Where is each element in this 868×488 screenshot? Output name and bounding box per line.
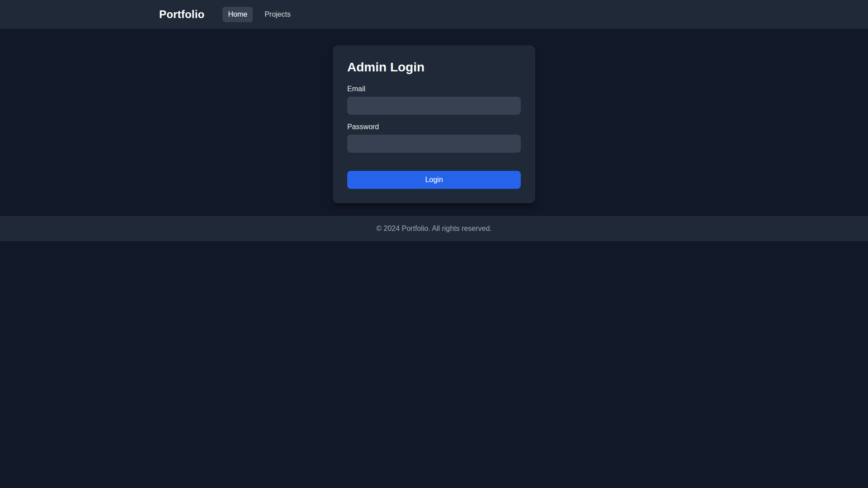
login-button[interactable]: Login <box>347 171 521 189</box>
footer-copyright: © 2024 Portfolio. All rights reserved. <box>376 225 491 233</box>
card-title: Admin Login <box>347 60 521 75</box>
navbar: Portfolio Home Projects <box>0 0 868 29</box>
footer: © 2024 Portfolio. All rights reserved. <box>0 216 868 241</box>
admin-login-card: Admin Login Email Password Login <box>333 45 535 203</box>
nav-item-projects[interactable]: Projects <box>259 7 296 22</box>
password-field-group: Password <box>347 122 521 153</box>
nav-item-home[interactable]: Home <box>222 7 253 22</box>
main-content: Admin Login Email Password Login <box>0 29 868 216</box>
nav-container: Portfolio Home Projects <box>145 7 723 22</box>
email-field-group: Email <box>347 84 521 115</box>
password-label: Password <box>347 122 521 132</box>
brand-logo[interactable]: Portfolio <box>159 8 204 21</box>
email-label: Email <box>347 84 521 94</box>
email-field[interactable] <box>347 97 521 115</box>
password-field[interactable] <box>347 135 521 153</box>
nav-links: Home Projects <box>222 7 296 22</box>
